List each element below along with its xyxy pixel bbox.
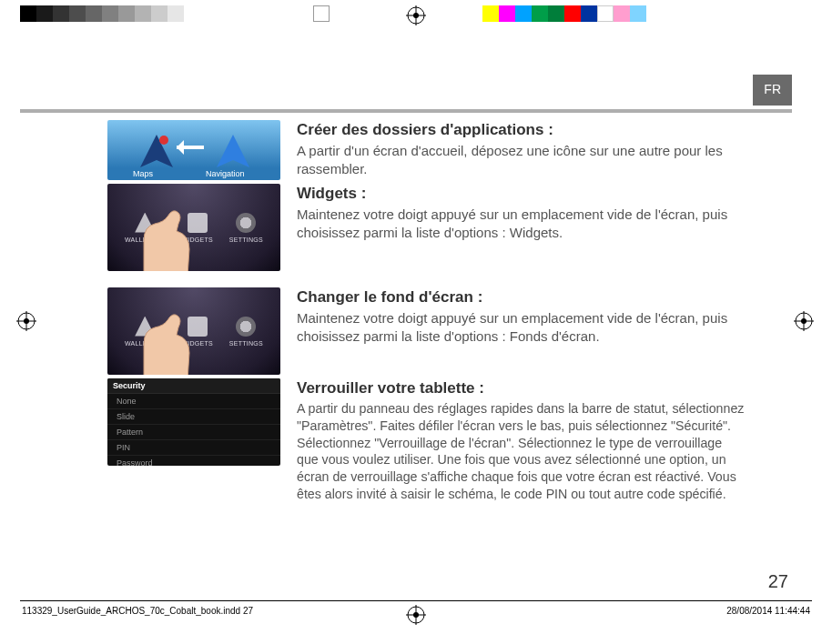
thumb-option-label: WIDGETS — [181, 340, 213, 347]
arrow-left-icon — [177, 146, 204, 149]
thumb-app-folders: Maps Navigation — [107, 120, 280, 180]
cal-swatch — [167, 5, 184, 22]
print-slug-file: 113329_UserGuide_ARCHOS_70c_Cobalt_book.… — [22, 606, 253, 616]
section-heading: Widgets : — [297, 184, 745, 204]
cal-swatch — [499, 5, 515, 22]
cal-swatch — [53, 5, 69, 22]
section-body: A partir d'un écran d'accueil, déposez u… — [297, 142, 745, 178]
cal-swatch — [515, 5, 532, 22]
page-number: 27 — [768, 571, 788, 592]
cal-swatch — [581, 5, 597, 22]
cal-swatch — [102, 5, 118, 22]
thumb-list-item: Pattern — [107, 425, 280, 440]
section-heading: Créer des dossiers d'applications : — [297, 120, 745, 140]
thumb-option-label: WALLPAPER — [125, 340, 166, 347]
thumb-option-label: SETTINGS — [229, 236, 263, 243]
thumb-label: Navigation — [206, 169, 245, 178]
svg-point-17 — [159, 136, 168, 145]
thumb-list-header: Security — [107, 378, 280, 394]
registration-mark-icon — [794, 311, 814, 331]
print-slug-date: 28/08/2014 11:44:44 — [726, 606, 810, 616]
footer-rule — [20, 600, 812, 601]
thumb-option-label: WALLPAPER — [125, 236, 166, 243]
divider — [20, 109, 792, 113]
cal-swatch — [313, 5, 330, 22]
thumb-list-item: Slide — [107, 409, 280, 425]
thumb-security-list: Security None Slide Pattern PIN Password — [107, 378, 280, 466]
registration-mark-icon — [406, 605, 426, 625]
cal-swatch — [630, 5, 646, 22]
cal-swatch — [20, 5, 36, 22]
cal-swatch — [614, 5, 630, 22]
navigation-arrow-icon — [215, 133, 251, 169]
cal-swatch — [151, 5, 167, 22]
cal-swatch — [36, 5, 53, 22]
section-wallpaper: WALLPAPER WIDGETS SETTINGS Changer le fo… — [107, 287, 745, 375]
thumb-option-label: WIDGETS — [181, 236, 213, 243]
section-body: Maintenez votre doigt appuyé sur un empl… — [297, 309, 745, 346]
registration-mark-icon — [406, 5, 426, 25]
cal-swatch — [69, 5, 86, 22]
thumb-option-label: SETTINGS — [229, 340, 263, 347]
section-heading: Verrouiller votre tablette : — [297, 378, 745, 398]
thumb-list-item: None — [107, 394, 280, 409]
language-tab: FR — [753, 75, 792, 106]
content-area: Maps Navigation Créer des dossiers d'app… — [107, 120, 745, 507]
section-heading: Changer le fond d'écran : — [297, 287, 745, 307]
cal-swatch — [548, 5, 564, 22]
section-folders: Maps Navigation Créer des dossiers d'app… — [107, 120, 745, 180]
section-body: Maintenez votre doigt appuyé sur un empl… — [297, 206, 745, 242]
thumb-list-item: Password — [107, 456, 280, 466]
thumb-wallpaper: WALLPAPER WIDGETS SETTINGS — [107, 287, 280, 375]
cal-swatch — [86, 5, 102, 22]
section-lock: Security None Slide Pattern PIN Password… — [107, 378, 745, 503]
thumb-widgets: WALLPAPER WIDGETS SETTINGS — [107, 184, 280, 271]
cal-swatch — [597, 5, 614, 22]
section-widgets: WALLPAPER WIDGETS SETTINGS Widgets : Mai… — [107, 184, 745, 271]
svg-marker-18 — [217, 135, 249, 167]
cal-swatch — [118, 5, 135, 22]
cal-swatch — [532, 5, 548, 22]
section-body: A partir du panneau des réglages rapides… — [297, 400, 745, 502]
cal-swatch — [135, 5, 151, 22]
cal-swatch — [482, 5, 499, 22]
registration-mark-icon — [16, 311, 36, 331]
thumb-label: Maps — [133, 169, 153, 178]
cal-swatch — [564, 5, 581, 22]
thumb-list-item: PIN — [107, 440, 280, 456]
